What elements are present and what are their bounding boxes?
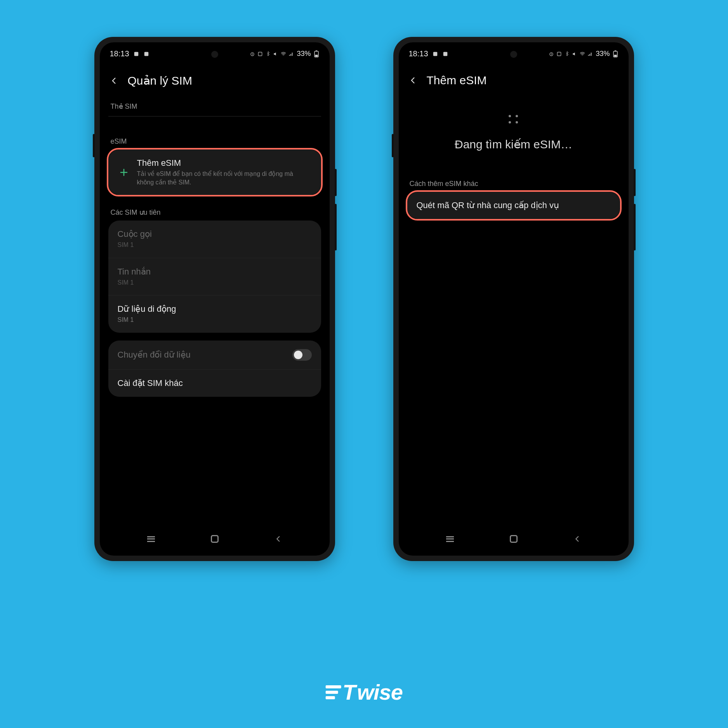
svg-rect-7 — [433, 52, 437, 56]
data-switch-toggle[interactable] — [292, 349, 312, 361]
volume-mute-icon — [572, 51, 578, 57]
scan-qr-card[interactable]: Quét mã QR từ nhà cung cấp dịch vụ — [407, 192, 620, 219]
add-esim-card[interactable]: Thêm eSIM Tải về eSIM để bạn có thể kết … — [108, 149, 321, 195]
scan-qr-title: Quét mã QR từ nhà cung cấp dịch vụ — [417, 200, 611, 210]
battery-icon — [313, 51, 320, 57]
pref-calls-row[interactable]: Cuộc gọi SIM 1 — [108, 221, 321, 258]
alarm-icon — [249, 51, 255, 57]
signal-icon — [587, 51, 593, 57]
battery-text: 33% — [596, 50, 610, 58]
phone-mockup-left: 18:13 — [94, 37, 335, 561]
status-time: 18:13 — [110, 49, 129, 58]
loading-spinner-icon — [509, 115, 519, 123]
page-title: Quản lý SIM — [128, 74, 192, 87]
wifi-icon — [579, 51, 586, 57]
more-settings-card: Chuyển đổi dữ liệu Cài đặt SIM khác — [108, 341, 321, 397]
pref-data-title: Dữ liệu di động — [118, 304, 312, 314]
bluetooth-icon — [564, 51, 570, 57]
section-preferred: Các SIM ưu tiên — [108, 203, 321, 221]
pref-calls-title: Cuộc gọi — [118, 229, 312, 239]
svg-rect-5 — [316, 50, 317, 51]
notification-icon — [143, 51, 149, 57]
brand-logo: Twise — [325, 679, 403, 705]
pref-data-row[interactable]: Dữ liệu di động SIM 1 — [108, 295, 321, 333]
phone-mockup-right: 18:13 — [393, 37, 634, 561]
battery-text: 33% — [297, 50, 311, 58]
pref-calls-sub: SIM 1 — [118, 241, 312, 249]
bluetooth-icon — [265, 51, 271, 57]
svg-rect-13 — [614, 55, 617, 57]
other-sim-settings-row[interactable]: Cài đặt SIM khác — [108, 369, 321, 397]
alarm-icon — [548, 51, 554, 57]
pref-messages-sub: SIM 1 — [118, 278, 312, 287]
nav-home-button[interactable] — [211, 535, 219, 543]
nav-home-button[interactable] — [510, 535, 518, 543]
svg-rect-6 — [315, 55, 318, 57]
svg-rect-0 — [134, 52, 138, 56]
page-title: Thêm eSIM — [427, 74, 487, 87]
pref-messages-row[interactable]: Tin nhắn SIM 1 — [108, 258, 321, 295]
back-button[interactable] — [108, 75, 120, 87]
svg-rect-1 — [144, 52, 148, 56]
nfc-icon — [257, 51, 263, 57]
section-sim-cards: Thẻ SIM — [108, 97, 321, 115]
nav-recents-button[interactable] — [147, 536, 155, 542]
battery-icon — [612, 51, 619, 57]
signal-icon — [288, 51, 294, 57]
pref-data-sub: SIM 1 — [118, 316, 312, 324]
back-button[interactable] — [407, 75, 419, 86]
section-esim: eSIM — [108, 132, 321, 149]
svg-rect-3 — [259, 52, 262, 56]
notification-icon — [133, 51, 139, 57]
preferred-sim-card: Cuộc gọi SIM 1 Tin nhắn SIM 1 Dữ liệu di… — [108, 221, 321, 333]
add-esim-title: Thêm eSIM — [137, 158, 312, 168]
status-time: 18:13 — [409, 49, 428, 58]
brand-text: wise — [357, 679, 402, 705]
nav-back-button[interactable] — [275, 535, 282, 543]
camera-hole — [211, 51, 218, 58]
svg-rect-12 — [615, 50, 616, 51]
camera-hole — [510, 51, 517, 58]
plus-icon — [118, 168, 130, 177]
brand-mark-icon — [325, 684, 341, 701]
section-other-methods: Cách thêm eSIM khác — [407, 174, 620, 192]
nav-back-button[interactable] — [574, 535, 581, 543]
android-nav-bar — [399, 529, 629, 549]
notification-icon — [442, 51, 448, 57]
svg-rect-10 — [558, 52, 561, 56]
screen-header: Quản lý SIM — [100, 61, 330, 97]
android-nav-bar — [100, 529, 330, 549]
divider — [108, 116, 321, 116]
nfc-icon — [556, 51, 562, 57]
wifi-icon — [280, 51, 287, 57]
data-switch-title: Chuyển đổi dữ liệu — [118, 350, 285, 360]
screen-header: Thêm eSIM — [399, 61, 629, 96]
volume-mute-icon — [273, 51, 279, 57]
searching-text: Đang tìm kiếm eSIM… — [407, 137, 620, 151]
searching-area: Đang tìm kiếm eSIM… — [407, 96, 620, 163]
other-sim-title: Cài đặt SIM khác — [118, 378, 312, 388]
nav-recents-button[interactable] — [446, 536, 454, 542]
svg-rect-8 — [443, 52, 447, 56]
pref-messages-title: Tin nhắn — [118, 267, 312, 277]
add-esim-subtitle: Tải về eSIM để bạn có thể kết nối với mạ… — [137, 170, 312, 186]
notification-icon — [432, 51, 438, 57]
data-switch-row[interactable]: Chuyển đổi dữ liệu — [108, 341, 321, 369]
